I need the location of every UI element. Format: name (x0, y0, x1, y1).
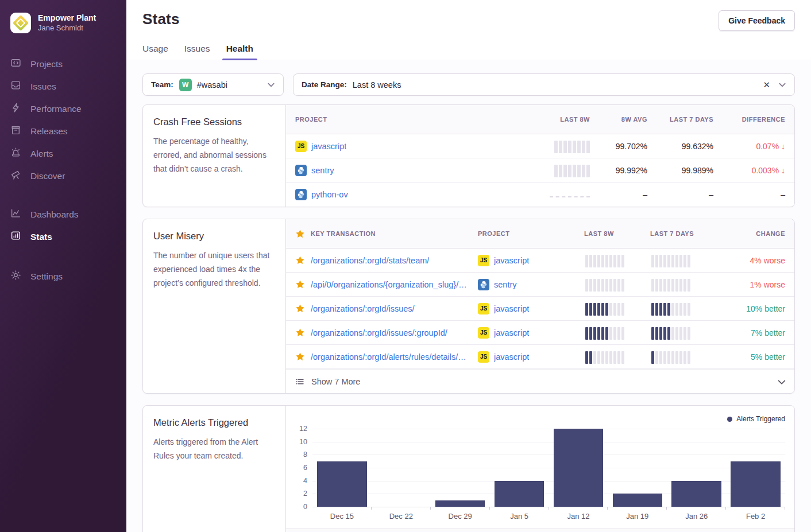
change-value: 7% better (716, 328, 785, 337)
javascript-icon: JS (478, 327, 489, 339)
sidebar-item-performance[interactable]: Performance (0, 98, 126, 120)
column-header: 8W AVG (590, 116, 647, 123)
sidebar-item-discover[interactable]: Discover (0, 165, 126, 187)
column-header: PROJECT (478, 230, 584, 237)
sidebar-item-alerts[interactable]: Alerts (0, 142, 126, 165)
team-avatar: W (179, 79, 192, 91)
project-link[interactable]: javascript (494, 328, 529, 337)
project-link[interactable]: sentry (311, 166, 334, 175)
project-link[interactable]: javascript (494, 352, 529, 362)
panel-title: User Misery (153, 231, 275, 242)
tab-usage[interactable]: Usage (142, 44, 168, 60)
panel-description: Alerts triggered from the Alert Rules yo… (153, 435, 275, 463)
sparkline (585, 302, 624, 316)
x-axis-labels: Dec 15Dec 22Dec 29Jan 5Jan 12Jan 19Jan 2… (312, 507, 785, 529)
line-chart-icon (10, 208, 21, 221)
column-header: PROJECT (295, 116, 527, 123)
projects-icon (10, 57, 21, 71)
panel-title: Crash Free Sessions (153, 117, 275, 127)
sidebar: Empower Plant Jane Schmidt Projects Issu… (0, 0, 126, 532)
show-more-button[interactable]: Show 7 More (286, 369, 794, 393)
table-row: /organizations/:orgId/stats/team/ JS jav… (286, 248, 794, 273)
sidebar-item-stats[interactable]: Stats (0, 226, 126, 248)
column-header: LAST 7 DAYS (650, 230, 716, 237)
sparkline (554, 164, 590, 177)
project-link[interactable]: javascript (494, 256, 529, 265)
star-icon[interactable] (295, 304, 305, 313)
user-misery-panel: User Misery The number of unique users t… (142, 219, 795, 394)
project-link[interactable]: sentry (494, 280, 517, 289)
sidebar-item-label: Performance (30, 104, 82, 114)
tab-bar: Usage Issues Health (142, 44, 795, 60)
column-header: LAST 7 DAYS (647, 116, 713, 123)
arrow-down-icon: ↓ (781, 166, 785, 175)
chevron-down-icon[interactable] (267, 81, 275, 89)
siren-icon (10, 147, 21, 160)
sparkline (651, 326, 690, 340)
sparkline (651, 254, 690, 267)
page-title: Stats (142, 10, 180, 28)
sparkline (651, 350, 690, 364)
transaction-link[interactable]: /organizations/:orgId/alerts/rules/detai… (311, 352, 468, 362)
star-icon[interactable] (295, 255, 305, 265)
avg-8w-value: – (590, 190, 647, 199)
sparkline (585, 350, 624, 364)
metric-alerts-panel: Metric Alerts Triggered Alerts triggered… (142, 405, 795, 532)
table-row: python-ov – – – (286, 182, 794, 207)
date-range-selector[interactable]: Date Range: Last 8 weeks ✕ (293, 73, 795, 96)
sparkline (585, 254, 624, 267)
table-row: /organizations/:orgId/issues/:groupId/ J… (286, 321, 794, 345)
y-axis-labels: 121086420 (295, 429, 312, 507)
clear-icon[interactable]: ✕ (763, 80, 770, 90)
sparkline (651, 302, 690, 316)
transaction-link[interactable]: /organizations/:orgId/issues/:groupId/ (311, 328, 447, 337)
python-icon (295, 189, 307, 200)
sidebar-item-label: Alerts (30, 149, 53, 159)
team-selector[interactable]: Team: W #wasabi (142, 73, 284, 96)
alerts-bar-chart: Alerts Triggered 121086420 Dec 15Dec 22D… (286, 406, 794, 529)
star-icon[interactable] (295, 352, 305, 362)
column-header: LAST 8W (527, 116, 590, 123)
table-row: JS javascript 99.702% 99.632% 0.07% ↓ (286, 134, 794, 158)
star-icon[interactable] (295, 328, 305, 337)
python-icon (478, 279, 489, 290)
transaction-link[interactable]: /organizations/:orgId/stats/team/ (311, 256, 429, 265)
tab-issues[interactable]: Issues (184, 44, 210, 60)
avg-8w-value: 99.702% (590, 142, 647, 151)
change-value: 10% better (716, 304, 785, 313)
sidebar-item-projects[interactable]: Projects (0, 53, 126, 75)
column-header: KEY TRANSACTION (311, 230, 376, 237)
tab-health[interactable]: Health (226, 44, 253, 60)
transaction-link[interactable]: /api/0/organizations/{organization_slug}… (311, 280, 468, 289)
column-header: LAST 8W (584, 230, 650, 237)
org-name: Empower Plant (38, 13, 96, 24)
org-switcher[interactable]: Empower Plant Jane Schmidt (0, 13, 126, 33)
panel-description: The number of unique users that experien… (153, 248, 275, 290)
legend-item-alerts-triggered[interactable]: Alerts Triggered (295, 413, 785, 425)
telescope-icon (10, 169, 21, 182)
last-7d-value: – (647, 190, 713, 199)
panel-description: The percentage of healthy, errored, and … (153, 134, 275, 176)
table-row: /organizations/:orgId/issues/ JS javascr… (286, 297, 794, 321)
show-more-label: Show 7 More (311, 377, 360, 386)
project-link[interactable]: javascript (311, 142, 346, 151)
javascript-icon: JS (295, 141, 307, 152)
difference-value: – (713, 190, 785, 199)
difference-value: 0.07% (756, 142, 779, 151)
issues-icon (10, 80, 21, 93)
project-link[interactable]: python-ov (311, 190, 348, 199)
sparkline-empty (550, 192, 590, 197)
javascript-icon: JS (478, 255, 489, 266)
transaction-link[interactable]: /organizations/:orgId/issues/ (311, 304, 415, 313)
sidebar-item-releases[interactable]: Releases (0, 120, 126, 142)
difference-value: 0.003% (752, 166, 779, 175)
sidebar-item-issues[interactable]: Issues (0, 75, 126, 98)
chevron-down-icon[interactable] (778, 81, 786, 89)
sidebar-item-label: Stats (30, 232, 52, 242)
python-icon (295, 165, 307, 176)
give-feedback-button[interactable]: Give Feedback (719, 10, 795, 31)
project-link[interactable]: javascript (494, 304, 529, 313)
sidebar-item-dashboards[interactable]: Dashboards (0, 203, 126, 226)
star-icon[interactable] (295, 279, 305, 289)
sidebar-item-settings[interactable]: Settings (0, 265, 126, 288)
